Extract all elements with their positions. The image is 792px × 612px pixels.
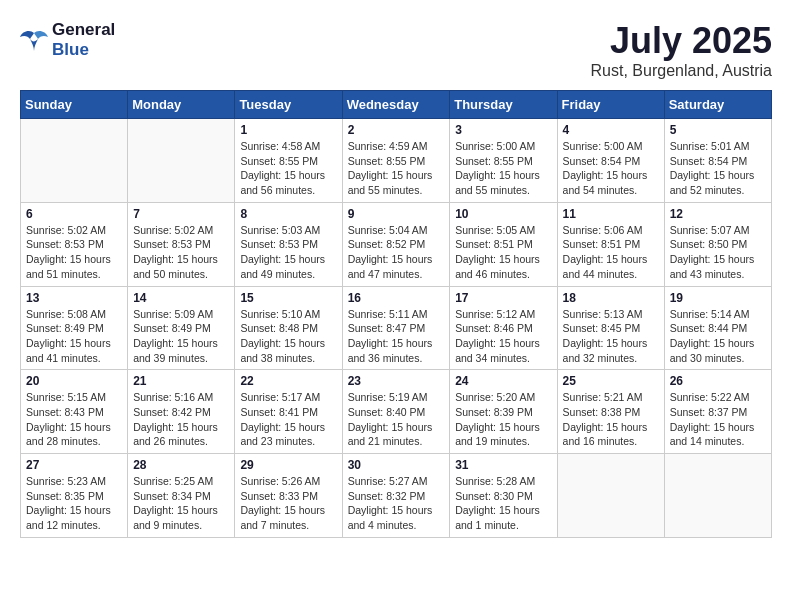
calendar-header-row: SundayMondayTuesdayWednesdayThursdayFrid…: [21, 91, 772, 119]
cell-content: Sunrise: 5:11 AMSunset: 8:47 PMDaylight:…: [348, 307, 445, 366]
location: Rust, Burgenland, Austria: [591, 62, 772, 80]
calendar-cell: [128, 119, 235, 203]
cell-content: Sunrise: 5:20 AMSunset: 8:39 PMDaylight:…: [455, 390, 551, 449]
weekday-header: Wednesday: [342, 91, 450, 119]
day-number: 5: [670, 123, 766, 137]
day-number: 7: [133, 207, 229, 221]
day-number: 26: [670, 374, 766, 388]
calendar-cell: 19Sunrise: 5:14 AMSunset: 8:44 PMDayligh…: [664, 286, 771, 370]
calendar-cell: 14Sunrise: 5:09 AMSunset: 8:49 PMDayligh…: [128, 286, 235, 370]
page-header: General Blue July 2025 Rust, Burgenland,…: [20, 20, 772, 80]
calendar-cell: 28Sunrise: 5:25 AMSunset: 8:34 PMDayligh…: [128, 454, 235, 538]
cell-content: Sunrise: 5:05 AMSunset: 8:51 PMDaylight:…: [455, 223, 551, 282]
day-number: 13: [26, 291, 122, 305]
cell-content: Sunrise: 5:22 AMSunset: 8:37 PMDaylight:…: [670, 390, 766, 449]
calendar-cell: 3Sunrise: 5:00 AMSunset: 8:55 PMDaylight…: [450, 119, 557, 203]
calendar-week-row: 27Sunrise: 5:23 AMSunset: 8:35 PMDayligh…: [21, 454, 772, 538]
day-number: 27: [26, 458, 122, 472]
calendar-cell: 26Sunrise: 5:22 AMSunset: 8:37 PMDayligh…: [664, 370, 771, 454]
day-number: 2: [348, 123, 445, 137]
calendar-cell: 20Sunrise: 5:15 AMSunset: 8:43 PMDayligh…: [21, 370, 128, 454]
calendar-cell: 4Sunrise: 5:00 AMSunset: 8:54 PMDaylight…: [557, 119, 664, 203]
month-title: July 2025: [591, 20, 772, 62]
logo: General Blue: [20, 20, 115, 60]
day-number: 9: [348, 207, 445, 221]
cell-content: Sunrise: 5:23 AMSunset: 8:35 PMDaylight:…: [26, 474, 122, 533]
weekday-header: Thursday: [450, 91, 557, 119]
day-number: 28: [133, 458, 229, 472]
cell-content: Sunrise: 5:25 AMSunset: 8:34 PMDaylight:…: [133, 474, 229, 533]
cell-content: Sunrise: 5:15 AMSunset: 8:43 PMDaylight:…: [26, 390, 122, 449]
day-number: 16: [348, 291, 445, 305]
cell-content: Sunrise: 5:12 AMSunset: 8:46 PMDaylight:…: [455, 307, 551, 366]
calendar-cell: [21, 119, 128, 203]
cell-content: Sunrise: 5:04 AMSunset: 8:52 PMDaylight:…: [348, 223, 445, 282]
calendar-cell: 22Sunrise: 5:17 AMSunset: 8:41 PMDayligh…: [235, 370, 342, 454]
calendar-week-row: 1Sunrise: 4:58 AMSunset: 8:55 PMDaylight…: [21, 119, 772, 203]
calendar-cell: 10Sunrise: 5:05 AMSunset: 8:51 PMDayligh…: [450, 202, 557, 286]
cell-content: Sunrise: 5:28 AMSunset: 8:30 PMDaylight:…: [455, 474, 551, 533]
calendar-cell: 1Sunrise: 4:58 AMSunset: 8:55 PMDaylight…: [235, 119, 342, 203]
cell-content: Sunrise: 5:26 AMSunset: 8:33 PMDaylight:…: [240, 474, 336, 533]
calendar-cell: 24Sunrise: 5:20 AMSunset: 8:39 PMDayligh…: [450, 370, 557, 454]
calendar-cell: 13Sunrise: 5:08 AMSunset: 8:49 PMDayligh…: [21, 286, 128, 370]
calendar-cell: 15Sunrise: 5:10 AMSunset: 8:48 PMDayligh…: [235, 286, 342, 370]
weekday-header: Sunday: [21, 91, 128, 119]
cell-content: Sunrise: 5:06 AMSunset: 8:51 PMDaylight:…: [563, 223, 659, 282]
day-number: 11: [563, 207, 659, 221]
calendar-week-row: 6Sunrise: 5:02 AMSunset: 8:53 PMDaylight…: [21, 202, 772, 286]
day-number: 22: [240, 374, 336, 388]
logo-text: General Blue: [52, 20, 115, 60]
day-number: 8: [240, 207, 336, 221]
calendar-cell: 18Sunrise: 5:13 AMSunset: 8:45 PMDayligh…: [557, 286, 664, 370]
calendar-cell: [557, 454, 664, 538]
logo-bird-icon: [20, 29, 48, 51]
cell-content: Sunrise: 5:00 AMSunset: 8:54 PMDaylight:…: [563, 139, 659, 198]
calendar-cell: 30Sunrise: 5:27 AMSunset: 8:32 PMDayligh…: [342, 454, 450, 538]
logo-general: General: [52, 20, 115, 40]
cell-content: Sunrise: 4:58 AMSunset: 8:55 PMDaylight:…: [240, 139, 336, 198]
calendar-cell: 12Sunrise: 5:07 AMSunset: 8:50 PMDayligh…: [664, 202, 771, 286]
day-number: 3: [455, 123, 551, 137]
calendar-cell: 23Sunrise: 5:19 AMSunset: 8:40 PMDayligh…: [342, 370, 450, 454]
calendar-cell: 29Sunrise: 5:26 AMSunset: 8:33 PMDayligh…: [235, 454, 342, 538]
cell-content: Sunrise: 5:21 AMSunset: 8:38 PMDaylight:…: [563, 390, 659, 449]
day-number: 10: [455, 207, 551, 221]
cell-content: Sunrise: 5:02 AMSunset: 8:53 PMDaylight:…: [26, 223, 122, 282]
calendar-week-row: 13Sunrise: 5:08 AMSunset: 8:49 PMDayligh…: [21, 286, 772, 370]
calendar-cell: 31Sunrise: 5:28 AMSunset: 8:30 PMDayligh…: [450, 454, 557, 538]
day-number: 14: [133, 291, 229, 305]
day-number: 30: [348, 458, 445, 472]
calendar-table: SundayMondayTuesdayWednesdayThursdayFrid…: [20, 90, 772, 538]
day-number: 20: [26, 374, 122, 388]
cell-content: Sunrise: 5:16 AMSunset: 8:42 PMDaylight:…: [133, 390, 229, 449]
day-number: 23: [348, 374, 445, 388]
cell-content: Sunrise: 5:17 AMSunset: 8:41 PMDaylight:…: [240, 390, 336, 449]
calendar-cell: [664, 454, 771, 538]
calendar-cell: 5Sunrise: 5:01 AMSunset: 8:54 PMDaylight…: [664, 119, 771, 203]
cell-content: Sunrise: 4:59 AMSunset: 8:55 PMDaylight:…: [348, 139, 445, 198]
cell-content: Sunrise: 5:09 AMSunset: 8:49 PMDaylight:…: [133, 307, 229, 366]
cell-content: Sunrise: 5:19 AMSunset: 8:40 PMDaylight:…: [348, 390, 445, 449]
day-number: 21: [133, 374, 229, 388]
calendar-cell: 17Sunrise: 5:12 AMSunset: 8:46 PMDayligh…: [450, 286, 557, 370]
logo-blue: Blue: [52, 40, 115, 60]
day-number: 12: [670, 207, 766, 221]
cell-content: Sunrise: 5:02 AMSunset: 8:53 PMDaylight:…: [133, 223, 229, 282]
cell-content: Sunrise: 5:14 AMSunset: 8:44 PMDaylight:…: [670, 307, 766, 366]
calendar-week-row: 20Sunrise: 5:15 AMSunset: 8:43 PMDayligh…: [21, 370, 772, 454]
day-number: 6: [26, 207, 122, 221]
weekday-header: Monday: [128, 91, 235, 119]
calendar-cell: 2Sunrise: 4:59 AMSunset: 8:55 PMDaylight…: [342, 119, 450, 203]
cell-content: Sunrise: 5:07 AMSunset: 8:50 PMDaylight:…: [670, 223, 766, 282]
cell-content: Sunrise: 5:27 AMSunset: 8:32 PMDaylight:…: [348, 474, 445, 533]
cell-content: Sunrise: 5:01 AMSunset: 8:54 PMDaylight:…: [670, 139, 766, 198]
day-number: 15: [240, 291, 336, 305]
day-number: 19: [670, 291, 766, 305]
calendar-cell: 16Sunrise: 5:11 AMSunset: 8:47 PMDayligh…: [342, 286, 450, 370]
day-number: 25: [563, 374, 659, 388]
day-number: 29: [240, 458, 336, 472]
cell-content: Sunrise: 5:13 AMSunset: 8:45 PMDaylight:…: [563, 307, 659, 366]
weekday-header: Tuesday: [235, 91, 342, 119]
cell-content: Sunrise: 5:08 AMSunset: 8:49 PMDaylight:…: [26, 307, 122, 366]
